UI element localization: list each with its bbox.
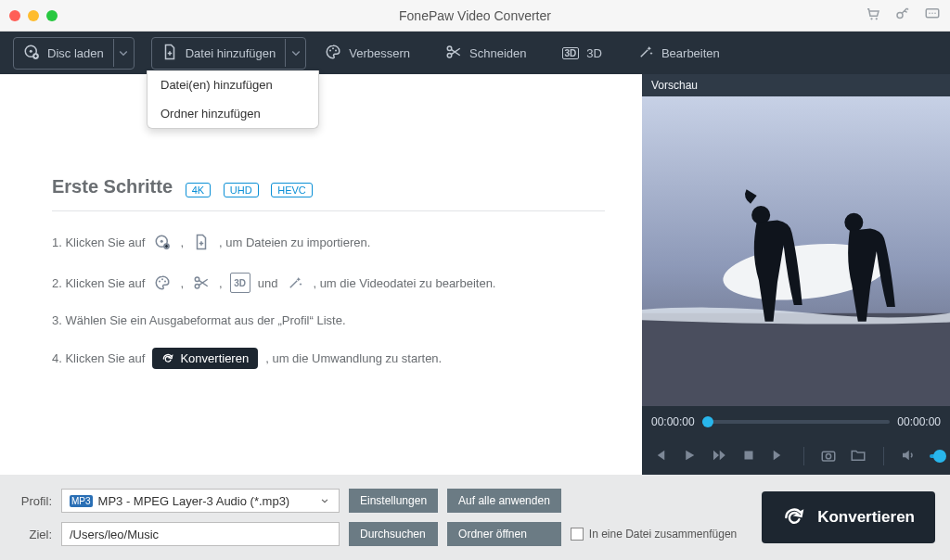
load-disc-button[interactable]: Disc laden <box>13 37 135 70</box>
play-button[interactable] <box>681 447 698 466</box>
convert-pill: Konvertieren <box>152 348 258 369</box>
maximize-button[interactable] <box>46 10 58 21</box>
load-disc-dropdown-toggle[interactable] <box>113 39 134 67</box>
stop-button[interactable] <box>740 447 757 466</box>
add-files-item[interactable]: Datei(en) hinzufügen <box>148 70 318 99</box>
minimize-button[interactable] <box>28 10 39 21</box>
wand-icon <box>285 273 305 293</box>
menubar: Disc laden Datei hinzufügen Verbessern S… <box>0 32 950 74</box>
svg-point-26 <box>844 213 863 232</box>
timeline: 00:00:00 00:00:00 <box>642 406 950 438</box>
add-file-dropdown: Datei(en) hinzufügen Ordner hinzufügen <box>147 70 319 129</box>
getting-started-panel: Erste Schritte 4K UHD HEVC 1. Klicken Si… <box>0 74 642 475</box>
step2-text-a: 2. Klicken Sie auf <box>52 276 145 290</box>
feedback-icon[interactable] <box>924 6 941 25</box>
edit-button[interactable]: Bearbeiten <box>628 38 729 69</box>
destination-input[interactable]: /Users/leo/Music <box>61 522 340 546</box>
time-start: 00:00:00 <box>651 415 695 428</box>
scissors-icon <box>191 273 212 293</box>
scissors-icon <box>445 44 462 63</box>
3d-button[interactable]: 3D3D <box>553 41 611 66</box>
step-1: 1. Klicken Sie auf , , um Dateien zu imp… <box>52 232 605 252</box>
wand-icon <box>637 44 654 63</box>
preview-header: Vorschau <box>642 74 950 96</box>
apply-all-button[interactable]: Auf alle anwenden <box>447 489 561 513</box>
enhance-button[interactable]: Verbessern <box>315 38 419 69</box>
badge-hevc: HEVC <box>271 183 313 197</box>
profile-label: Profil: <box>15 494 52 508</box>
convert-label: Konvertieren <box>817 508 915 527</box>
convert-button[interactable]: Konvertieren <box>762 491 935 543</box>
step-2: 2. Klicken Sie auf , , 3D und , um die V… <box>52 273 605 293</box>
badge-uhd: UHD <box>224 183 259 197</box>
merge-checkbox[interactable]: In eine Datei zusammenfügen <box>571 528 737 541</box>
volume-slider[interactable] <box>930 454 941 458</box>
threeD-badge-icon: 3D <box>230 273 250 293</box>
getting-started-heading: Erste Schritte <box>52 176 173 197</box>
add-folder-item[interactable]: Ordner hinzufügen <box>148 99 318 128</box>
step4-text-b: , um die Umwandlung zu starten. <box>265 351 442 365</box>
player-controls <box>642 438 950 475</box>
cart-icon[interactable] <box>865 6 881 25</box>
step2-und: und <box>258 276 278 290</box>
step-3: 3. Wählen Sie ein Ausgabeformat aus der … <box>52 313 605 327</box>
divider <box>52 210 605 211</box>
destination-value: /Users/leo/Music <box>70 528 159 541</box>
palette-icon <box>152 273 173 293</box>
svg-rect-23 <box>642 313 950 406</box>
cut-label: Schneiden <box>469 46 526 60</box>
add-file-label: Datei hinzufügen <box>186 46 276 60</box>
step4-text-a: 4. Klicken Sie auf <box>52 351 145 365</box>
threeD-icon: 3D <box>562 47 580 59</box>
profile-value: MP3 - MPEG Layer-3 Audio (*.mp3) <box>98 494 290 508</box>
titlebar: FonePaw Video Converter <box>0 0 950 32</box>
step2-text-b: , um die Videodatei zu bearbeiten. <box>313 276 495 290</box>
time-end: 00:00:00 <box>897 415 941 428</box>
step1-text-b: , um Dateien zu importieren. <box>219 235 370 249</box>
badge-4k: 4K <box>186 183 211 197</box>
browse-button[interactable]: Durchsuchen <box>349 522 438 546</box>
edit-label: Bearbeiten <box>661 46 720 60</box>
seek-slider[interactable] <box>702 420 891 424</box>
palette-icon <box>325 44 341 63</box>
app-title: FonePaw Video Converter <box>0 8 950 23</box>
add-file-button[interactable]: Datei hinzufügen <box>151 37 307 70</box>
disc-add-icon <box>152 232 173 252</box>
merge-label: In eine Datei zusammenfügen <box>589 528 737 541</box>
step-4: 4. Klicken Sie auf Konvertieren , um die… <box>52 348 605 369</box>
preview-panel: Vorschau <box>642 74 950 475</box>
file-add-icon <box>191 232 212 252</box>
settings-button[interactable]: Einstellungen <box>349 489 438 513</box>
close-button[interactable] <box>9 10 20 21</box>
step1-text-a: 1. Klicken Sie auf <box>52 235 145 249</box>
add-file-dropdown-toggle[interactable] <box>285 39 305 67</box>
open-folder-button[interactable]: Ordner öffnen <box>447 522 561 546</box>
profile-select[interactable]: MP3MP3 - MPEG Layer-3 Audio (*.mp3) <box>61 489 340 513</box>
preview-video-area[interactable] <box>642 96 950 406</box>
file-add-icon <box>161 44 178 63</box>
footer-bar: Profil: MP3MP3 - MPEG Layer-3 Audio (*.m… <box>0 475 950 560</box>
volume-icon[interactable] <box>900 447 917 466</box>
prev-button[interactable] <box>651 447 668 466</box>
step3-text: 3. Wählen Sie ein Ausgabeformat aus der … <box>52 313 346 327</box>
convert-pill-label: Konvertieren <box>180 351 249 365</box>
register-key-icon[interactable] <box>894 6 911 25</box>
3d-label: 3D <box>586 46 602 60</box>
next-button[interactable] <box>770 447 787 466</box>
destination-label: Ziel: <box>15 528 52 541</box>
snapshot-button[interactable] <box>820 447 837 466</box>
enhance-label: Verbessern <box>349 46 410 60</box>
window-controls <box>9 10 58 21</box>
load-disc-label: Disc laden <box>47 46 104 60</box>
cut-button[interactable]: Schneiden <box>436 38 535 69</box>
disc-icon <box>23 44 40 63</box>
fast-forward-button[interactable] <box>711 447 727 466</box>
mp3-icon: MP3 <box>70 495 93 507</box>
open-snapshot-folder-button[interactable] <box>850 447 867 466</box>
checkbox-icon <box>571 528 584 541</box>
